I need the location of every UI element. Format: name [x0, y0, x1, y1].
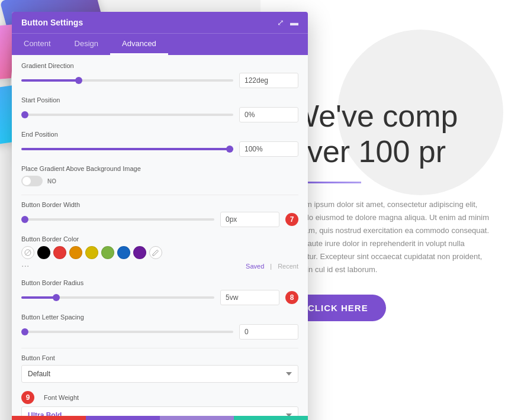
- start-position-slider[interactable]: [21, 114, 233, 116]
- font-weight-label: Font Weight: [44, 394, 79, 401]
- more-colors-dots[interactable]: ···: [21, 261, 29, 271]
- font-weight-setting: 9 Font Weight Ultra Bold Normal Bold Lig…: [21, 391, 298, 416]
- color-swatch-orange[interactable]: [69, 246, 82, 259]
- place-gradient-toggle[interactable]: [21, 176, 43, 186]
- saved-label[interactable]: Saved: [246, 263, 264, 270]
- place-gradient-toggle-container: NO: [21, 176, 298, 186]
- border-width-badge: 7: [285, 213, 298, 226]
- button-settings-panel: Button Settings ⤢ ▬ Content Design Advan…: [12, 12, 308, 420]
- color-swatch-purple[interactable]: [133, 246, 146, 259]
- close-panel-icon[interactable]: ▬: [290, 18, 298, 27]
- start-position-setting: Start Position: [21, 96, 298, 122]
- border-width-slider[interactable]: [21, 218, 214, 221]
- start-position-input[interactable]: [239, 107, 298, 122]
- letter-spacing-setting: Button Letter Spacing: [21, 314, 298, 340]
- color-swatch-blue[interactable]: [117, 246, 130, 259]
- border-width-setting: Button Border Width 7: [21, 201, 298, 227]
- border-radius-input[interactable]: [220, 290, 279, 305]
- tab-content[interactable]: Content: [12, 34, 63, 55]
- color-swatch-black[interactable]: [37, 246, 50, 259]
- color-row-labels: ··· Saved | Recent: [21, 261, 298, 271]
- button-font-setting: Button Font Default Arial Georgia Helvet…: [21, 354, 298, 383]
- color-swatches: [21, 246, 298, 259]
- toggle-knob: [22, 177, 31, 185]
- border-color-label: Button Border Color: [21, 235, 298, 243]
- divider-2: [21, 348, 298, 348]
- end-position-setting: End Position: [21, 131, 298, 157]
- border-radius-badge: 8: [285, 291, 298, 304]
- place-gradient-setting: Place Gradient Above Background Image NO: [21, 165, 298, 186]
- body-text: Lorem ipsum dolor sit amet, consectetur …: [290, 198, 491, 277]
- gradient-direction-slider[interactable]: [21, 79, 233, 82]
- letter-spacing-slider[interactable]: [21, 331, 233, 333]
- border-width-input[interactable]: [220, 212, 279, 227]
- color-swatch-yellow[interactable]: [85, 246, 98, 259]
- panel-tabs: Content Design Advanced: [12, 33, 308, 55]
- panel-header: Button Settings ⤢ ▬: [12, 12, 308, 33]
- button-font-label: Button Font: [21, 354, 298, 361]
- cancel-button[interactable]: ✕: [12, 416, 86, 420]
- button-font-select[interactable]: Default Arial Georgia Helvetica Times Ne…: [21, 365, 298, 383]
- gradient-direction-label: Gradient Direction: [21, 62, 298, 69]
- action-bar: ✕ ↺ ↻ ✓: [12, 416, 308, 420]
- toggle-label: NO: [47, 178, 56, 185]
- undo-button[interactable]: ↺: [86, 416, 160, 420]
- recent-label[interactable]: Recent: [278, 263, 298, 270]
- end-position-input[interactable]: [239, 141, 298, 157]
- color-swatch-red[interactable]: [53, 246, 66, 259]
- tab-design[interactable]: Design: [63, 34, 110, 55]
- panel-title: Button Settings: [21, 18, 83, 27]
- border-radius-label: Button Border Radius: [21, 279, 298, 286]
- border-radius-setting: Button Border Radius 8: [21, 279, 298, 305]
- font-weight-badge: 9: [21, 391, 34, 404]
- expand-icon[interactable]: ⤢: [277, 18, 284, 27]
- color-swatch-transparent[interactable]: [21, 246, 34, 259]
- panel-body: Gradient Direction Start Position: [12, 55, 308, 416]
- tab-advanced[interactable]: Advanced: [110, 34, 168, 55]
- panel-header-icons: ⤢ ▬: [277, 18, 298, 27]
- color-swatch-custom[interactable]: [149, 246, 162, 259]
- font-weight-select[interactable]: Ultra Bold Normal Bold Light: [21, 406, 298, 416]
- border-color-setting: Button Border Color: [21, 235, 298, 271]
- letter-spacing-input[interactable]: [239, 324, 298, 340]
- confirm-button[interactable]: ✓: [234, 416, 308, 420]
- end-position-slider[interactable]: [21, 148, 233, 150]
- gradient-direction-input[interactable]: [239, 73, 298, 88]
- place-gradient-label: Place Gradient Above Background Image: [21, 165, 298, 172]
- redo-button[interactable]: ↻: [160, 416, 234, 420]
- end-position-label: End Position: [21, 131, 298, 138]
- letter-spacing-label: Button Letter Spacing: [21, 314, 298, 321]
- divider-1: [21, 195, 298, 195]
- border-radius-slider[interactable]: [21, 296, 214, 299]
- start-position-label: Start Position: [21, 96, 298, 104]
- color-swatch-green[interactable]: [101, 246, 114, 259]
- headline: We've comp over 100 pr: [290, 99, 491, 170]
- gradient-direction-setting: Gradient Direction: [21, 62, 298, 88]
- border-width-label: Button Border Width: [21, 201, 298, 208]
